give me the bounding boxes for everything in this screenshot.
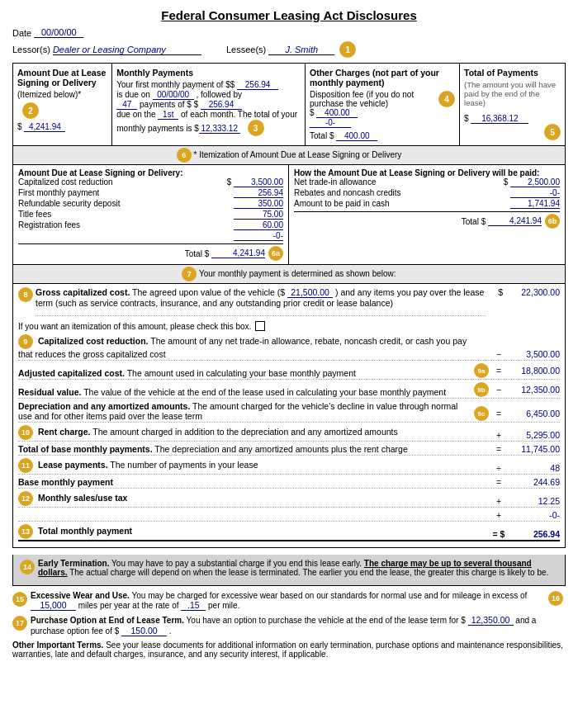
item-left-total: Total $ 4,241.94 6a (18, 243, 283, 261)
item-left-header: Amount Due at Lease Signing or Delivery: (18, 168, 283, 177)
monthly-header: 7 Your monthly payment is determined as … (12, 265, 566, 284)
circle-5: 5 (544, 124, 561, 140)
excessive-wear-row: 15 Excessive Wear and Use. You may be ch… (12, 591, 566, 611)
section-11-val-area: ÷ 48 (491, 463, 560, 473)
circle-9: 9 (18, 334, 33, 349)
col3-header: Other Charges (not part of your monthly … (310, 68, 455, 87)
section-9-val-area: − 3,500.00 (491, 349, 560, 359)
lessor-lessee-line: Lessor(s) Dealer or Leasing Company Less… (12, 41, 566, 58)
circle-14: 14 (20, 560, 35, 574)
itemization-body: Amount Due at Lease Signing or Delivery:… (12, 165, 566, 265)
section-9c: Depreciation and any amortized amounts. … (18, 401, 560, 423)
section-8-text: Gross capitalized cost. The agreed upon … (36, 287, 486, 318)
col2-val2: 00/00/00 (153, 90, 194, 100)
section-9b-val-area: 9b − 12,350.00 (474, 382, 560, 397)
circle-7: 7 (182, 267, 197, 281)
section-extra-plus: + -0- (18, 510, 560, 522)
item-right: How the Amount Due at Lease Signing or D… (289, 165, 565, 264)
purchase-option-text: Purchase Option at End of Lease Term. Yo… (31, 615, 566, 636)
col2-line2: is due on 00/00/00 , followed by (116, 90, 301, 100)
itemization-checkbox[interactable] (255, 321, 265, 331)
section-10-val-area: + 5,295.00 (491, 430, 560, 440)
circle-16: 16 (548, 591, 563, 606)
checkbox-label: If you want an itemization of this amoun… (18, 322, 251, 331)
section-9c-val-area: 9c = 6,450.00 (474, 406, 560, 421)
sec9a-val: 18,800.00 (506, 366, 560, 376)
lessee-label: Lessee(s) (226, 45, 266, 54)
sec9b-val: 12,350.00 (506, 385, 560, 395)
bottom-sections: 14 Early Termination. You may have to pa… (12, 555, 566, 659)
col3-total-val: 400.00 (336, 131, 377, 141)
col2-val4: 256.94 (201, 100, 242, 110)
item-left: Amount Due at Lease Signing or Delivery:… (13, 165, 289, 264)
circle-8: 8 (18, 287, 33, 302)
itemization-header: 6 * Itemization of Amount Due at Lease S… (12, 146, 566, 165)
circle-4: 4 (438, 91, 455, 107)
date-value: 00/00/00 (34, 27, 83, 38)
col2-line4: 47 payments of $ $ 256.94 (116, 100, 301, 110)
item-left-total-val: 4,241.94 (211, 248, 265, 258)
circle-6: 6 (177, 148, 192, 163)
item-row-3: Refundable security deposit 350.00 (18, 199, 283, 209)
date-label: Date (12, 28, 31, 38)
col4-value-row: $ 16,368.12 (464, 114, 561, 124)
section-11: 11 Lease payments. The number of payment… (18, 458, 560, 475)
other-terms-row: Other Important Terms. See your lease do… (12, 641, 566, 659)
item-right-header: How the Amount Due at Lease Signing or D… (294, 168, 560, 177)
circle-13: 13 (18, 524, 33, 539)
col3-total: Total $ 400.00 (310, 131, 455, 141)
circle-2: 2 (22, 102, 39, 119)
section-10: 10 Rent charge. The amount charged in ad… (18, 425, 560, 442)
section-base-monthly-val: = 244.69 (491, 477, 560, 487)
item-row-5: Registration fees 60.00 (18, 220, 283, 230)
col-amount-due: Amount Due at Lease Signing or Delivery … (13, 64, 112, 145)
lessee-value: J. Smith (268, 45, 334, 55)
main-body: 8 Gross capitalized cost. The agreed upo… (12, 284, 566, 548)
monthly-header-text: Your monthly payment is determined as sh… (199, 269, 396, 278)
col-monthly-payments: Monthly Payments Your first monthly paym… (112, 64, 306, 145)
section-12-val-area: + 12.25 (491, 496, 560, 506)
item-row-2: First monthly payment 256.94 (18, 188, 283, 198)
col1-value: 4,241.94 (24, 122, 65, 132)
section-13-val-area: = $ 256.94 (491, 529, 560, 539)
page-title: Federal Consumer Leasing Act Disclosures (12, 8, 566, 22)
col2-val1: 256.94 (237, 80, 278, 90)
sec11-val: 48 (506, 463, 560, 473)
col-other-charges: Other Charges (not part of your monthly … (306, 64, 460, 145)
circle-9b: 9b (474, 382, 489, 397)
circle-11: 11 (18, 458, 33, 473)
circle-17: 17 (12, 616, 27, 631)
itemization-header-text: * Itemization of Amount Due at Lease Sig… (193, 150, 401, 159)
section-extra-plus-val: + -0- (491, 510, 560, 520)
section-base-monthly: Base monthly payment = 244.69 (18, 477, 560, 489)
section-9: 9 Capitalized cost reduction. The amount… (18, 334, 560, 361)
top-disclosure-box: Amount Due at Lease Signing or Delivery … (12, 63, 566, 146)
col2-line1: Your first monthly payment of $$ 256.94 (116, 80, 301, 90)
col2-line5: due on the 1st of each month. The total … (116, 110, 301, 120)
sec-total-base-val: 11,745.00 (506, 444, 560, 454)
circle-3: 3 (248, 120, 264, 136)
circle-9c: 9c (474, 406, 489, 421)
purchase-option-row: 17 Purchase Option at End of Lease Term.… (12, 615, 566, 636)
col4-sub: (The amount you will have paid by the en… (464, 80, 561, 107)
sec-extra-val: -0- (506, 510, 560, 520)
col2-line6: monthly payments is $12,333.12 3 (116, 120, 301, 136)
section-12: 12 Monthly sales/use tax + 12.25 (18, 491, 560, 508)
lessor-label: Lessor(s) (12, 45, 50, 54)
section-8-row: 8 Gross capitalized cost. The agreed upo… (18, 287, 560, 318)
section-total-base-val: = 11,745.00 (491, 444, 560, 454)
item-right-row-1: Net trade-in allowance $ 2,500.00 (294, 177, 560, 187)
sec9c-val: 6,450.00 (506, 409, 560, 418)
early-termination-box: 14 Early Termination. You may have to pa… (12, 555, 566, 586)
col2-val3: 47 (116, 100, 137, 110)
early-termination-row: 14 Early Termination. You may have to pa… (20, 559, 558, 577)
col4-value: 16,368.12 (471, 114, 528, 124)
rate-val: .15 (181, 600, 206, 611)
mileage-val: 15,000 (31, 600, 76, 611)
section-9b: Residual value. The value of the vehicle… (18, 382, 560, 399)
sec-base-monthly-val: 244.69 (506, 477, 560, 487)
purchase-val1: 12,350.00 (468, 615, 514, 626)
item-row-4: Title fees 75.00 (18, 210, 283, 220)
date-line: Date 00/00/00 (12, 27, 566, 38)
item-right-total-val: 4,241.94 (488, 216, 542, 226)
